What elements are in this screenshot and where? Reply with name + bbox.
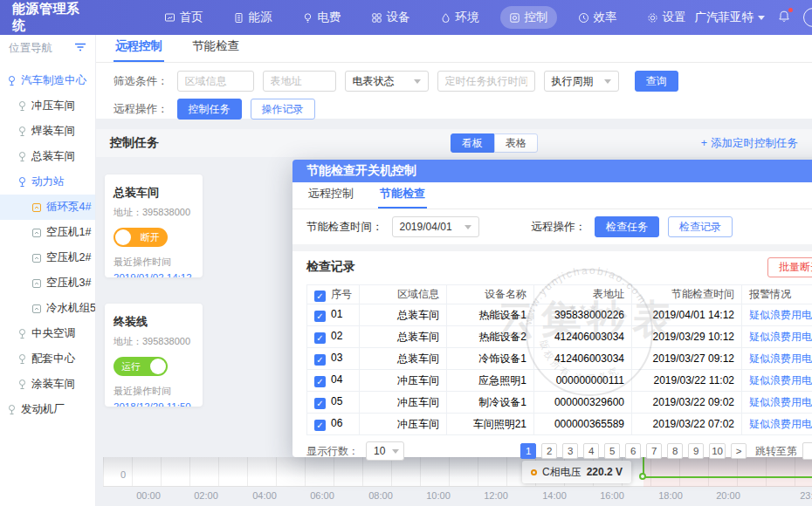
nav-item-settings[interactable]: 设置 [638,6,695,29]
page-button[interactable]: 6 [625,443,641,459]
page-button[interactable]: 8 [667,443,683,459]
table-row: ✓01 总装车间 热能设备1 395838000226 2019/04/01 1… [307,304,812,326]
nav-item-control[interactable]: 控制 [500,6,557,29]
control-task-button[interactable]: 控制任务 [177,99,242,120]
plus-icon: + [701,137,707,149]
nav-item-environment[interactable]: 环境 [431,6,488,29]
building-icon [233,12,244,24]
task-time-input[interactable] [437,71,535,92]
series-line [643,476,812,478]
modal-controls: 节能检查时间： 2019/04/01 远程操作： 检查任务 检查记录 [292,209,812,244]
table-view-button[interactable]: 表格 [494,133,538,153]
tree-item-power-station[interactable]: 动力站 [0,169,95,195]
control-panel: 远程控制 节能检查 筛选条件： 电表状态 执行周期 查询 远程操作： 控制任务 … [96,35,812,119]
pin-icon [17,100,27,112]
y-axis-zero: 0 [120,469,126,480]
alarm-link[interactable]: 疑似浪费用电 [742,326,812,348]
chart-tooltip: C相电压 220.2 V [522,461,631,483]
caret-down-icon [392,449,399,454]
meter-icon [31,278,42,289]
power-toggle-on[interactable]: 运行 [114,357,168,376]
exec-cycle-select[interactable]: 执行周期 [544,71,619,92]
page-button[interactable]: 7 [646,443,662,459]
area-info-input[interactable] [177,71,254,92]
check-date-select[interactable]: 2019/04/01 [392,216,479,237]
nav-item-electricity[interactable]: 电费 [293,6,350,29]
batch-disconnect-button[interactable]: 批量断开 [767,257,812,277]
org-dropdown[interactable]: 广汽菲亚特 [695,10,766,25]
tab-remote-control[interactable]: 远程控制 [114,33,164,62]
tree-item-compressor-2[interactable]: 空压机2# [0,245,95,270]
rows-per-page-select[interactable]: 10 [366,441,404,461]
tree-item-factory-center[interactable]: 汽车制造中心 [0,68,95,93]
modal-tab-energy-check[interactable]: 节能检查 [378,181,427,209]
check-records-table: ✓序号 区域信息 设备名称 表地址 节能检查时间 报警情况 操作 ✓01 总装车… [306,284,812,435]
page-button[interactable]: 2 [541,443,557,459]
jump-page-input[interactable] [802,442,812,460]
add-scheduled-task-link[interactable]: + 添加定时控制任务 [701,136,798,151]
search-button[interactable]: 查询 [635,71,678,92]
filter-list-icon[interactable] [74,40,86,56]
voltage-chart: 0 C相电压 220.2 V 00:00 02:00 04:00 06:00 0… [103,457,812,506]
alarm-link[interactable]: 疑似浪费用电 [742,392,812,414]
tree-item-circulation-pump[interactable]: 循环泵4# [0,195,95,220]
last-op-label: 最近操作时间 [114,256,194,269]
page-button[interactable]: 5 [604,443,620,459]
page-button[interactable]: 10 [709,443,726,459]
remote-ops-row: 远程操作： 控制任务 操作记录 [96,99,812,120]
row-checkbox[interactable]: ✓ [314,420,326,431]
select-all-checkbox[interactable]: ✓ [314,291,326,302]
tree-item-compressor-1[interactable]: 空压机1# [0,220,95,245]
alarm-link[interactable]: 疑似浪费用电 [742,348,812,370]
meter-icon [31,253,42,263]
alarm-link[interactable]: 疑似浪费用电 [742,414,812,435]
meter-address-input[interactable] [263,71,336,92]
check-task-button[interactable]: 检查任务 [595,216,659,237]
next-page-button[interactable]: > [731,443,747,459]
section-title: 控制任务 [110,135,159,151]
tree-item-compressor-3[interactable]: 空压机3# [0,270,95,296]
tree-item-welding[interactable]: 焊装车间 [0,119,95,144]
location-sidebar: 位置导航 汽车制造中心 冲压车间 焊装车间 总装车间 动力站 循环泵4# 空压机… [0,35,96,506]
check-time-label: 节能检查时间： [306,220,383,235]
tree-item-assembly[interactable]: 总装车间 [0,144,95,169]
tree-item-stamping[interactable]: 冲压车间 [0,93,95,119]
tab-energy-check[interactable]: 节能检查 [190,33,241,62]
check-record-button[interactable]: 检查记录 [668,216,733,237]
row-checkbox[interactable]: ✓ [314,332,326,344]
pin-icon [17,176,27,188]
nav-item-efficiency[interactable]: 效率 [569,6,626,29]
row-checkbox[interactable]: ✓ [314,398,326,409]
pin-icon [17,151,27,162]
row-checkbox[interactable]: ✓ [314,376,326,387]
modal-header: 节能检查开关机控制 [292,160,812,182]
table-row: ✓06 冲压车间 车间照明21 000000365589 2019/03/22 … [307,414,812,435]
alarm-link[interactable]: 疑似浪费用电 [742,370,812,392]
tree-item-support-center[interactable]: 配套中心 [0,346,95,372]
nav-item-home[interactable]: 首页 [155,6,212,29]
op-record-button[interactable]: 操作记录 [251,99,315,120]
table-header-row: ✓序号 区域信息 设备名称 表地址 节能检查时间 报警情况 操作 [307,285,812,304]
user-avatar-icon[interactable] [803,8,812,27]
last-op-time: 2018/12/29 11:50 [114,401,194,407]
row-checkbox[interactable]: ✓ [314,354,326,366]
board-view-button[interactable]: 看板 [451,133,494,153]
tree-item-painting[interactable]: 涂装车间 [0,372,95,397]
tree-item-chiller-5[interactable]: 冷水机组5# [0,296,95,321]
power-toggle-off[interactable]: 断开 [114,228,168,247]
page-button[interactable]: 9 [688,443,704,459]
tree-item-engine-plant[interactable]: 发动机厂 [0,397,95,422]
row-checkbox[interactable]: ✓ [314,311,326,322]
tree-item-central-ac[interactable]: 中央空调 [0,321,95,346]
nav-item-devices[interactable]: 设备 [362,6,419,29]
last-op-time: 2019/01/02 14:12 [114,272,194,277]
jump-label: 跳转至第 [755,444,797,459]
notification-bell-icon[interactable] [777,10,791,26]
page-button[interactable]: 3 [562,443,578,459]
modal-tab-remote-control[interactable]: 远程控制 [306,181,355,209]
page-button[interactable]: 1 [520,443,536,459]
nav-item-energy[interactable]: 能源 [224,6,281,29]
page-button[interactable]: 4 [583,443,599,459]
alarm-link[interactable]: 疑似浪费用电 [742,304,812,326]
meter-status-select[interactable]: 电表状态 [345,71,429,92]
